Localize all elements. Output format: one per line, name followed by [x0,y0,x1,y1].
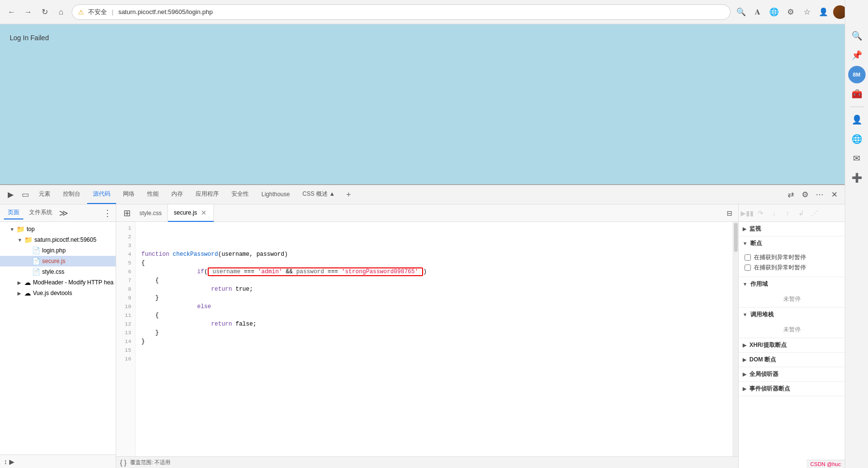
editor-tab-securejs[interactable]: secure.js ✕ [168,204,214,222]
event-listeners-label: 事件侦听器断点 [749,385,790,393]
pin-sidebar-btn[interactable]: 📌 [848,47,866,64]
ft-more-btn[interactable]: ⋮ [103,208,112,218]
sync-btn[interactable]: ⇄ [784,188,797,202]
forward-button[interactable]: → [21,5,35,19]
line-num-4: 4 [116,250,135,259]
tree-item-stylecss[interactable]: 📄 style.css [0,266,116,277]
more-dt-btn[interactable]: ⋯ [813,188,826,202]
refresh-button[interactable]: ↻ [38,5,51,19]
editor-tab-stylecss-label: style.css [139,210,162,217]
line-num-9: 9 [116,294,135,302]
highlighted-condition: username === 'admin' && password === 'st… [208,267,423,276]
back-button[interactable]: ← [5,5,18,19]
dom-header[interactable]: ▶ DOM 断点 [739,353,845,367]
settings-dt-btn[interactable]: ⚙ [798,188,812,202]
tab-sources[interactable]: 源代码 [87,185,116,204]
add-sidebar-btn[interactable]: ➕ [848,169,866,187]
pause-on-exception-label: 在捕获到异常时暂停 [754,253,806,262]
line-num-15: 15 [116,346,135,355]
step-into-btn[interactable]: ↓ [768,207,780,219]
watch-section-header[interactable]: ▶ 监视 [739,222,845,236]
search-icon-btn[interactable]: 🔍 [734,5,748,19]
scope-header[interactable]: ▼ 作用域 [739,277,845,291]
tree-item-secure-js[interactable]: 📄 secure.js [0,256,116,266]
8m-badge[interactable]: 8M [848,66,866,83]
profile-btn[interactable]: 👤 [817,5,830,19]
settings-btn[interactable]: ⚙ [784,5,797,19]
xhr-header[interactable]: ▶ XHR/提取断点 [739,338,845,352]
tree-item-top[interactable]: ▼ 📁 top [0,224,116,234]
tree-item-login[interactable]: 📄 login.php [0,245,116,256]
tree-arrow-vue: ▶ [17,291,24,296]
ft-tab-page[interactable]: 页面 [4,206,23,219]
address-bar[interactable]: ⚠ 不安全 | saturn.picoctf.net:59605/login.p… [72,4,731,20]
pause-on-exception-cb[interactable] [745,254,751,261]
tree-label-top: top [27,226,35,233]
step-btn[interactable]: ↲ [795,207,807,219]
extension-btn[interactable]: 🌐 [767,5,781,19]
search-sidebar-btn[interactable]: 🔍 [848,27,866,45]
url-separator: | [112,8,113,16]
editor-tab-stylecss[interactable]: style.css [134,204,168,222]
pause-on-caught-cb[interactable] [745,265,751,271]
tab-security[interactable]: 安全性 [226,185,255,204]
line-num-6: 6 [116,267,135,276]
step-out-btn[interactable]: ↑ [781,207,794,219]
tree-item-modheader[interactable]: ▶ ☁ ModHeader - Modify HTTP hea [0,277,116,288]
person-sidebar-btn[interactable]: 👤 [848,111,866,128]
close-devtools-btn[interactable]: ✕ [827,188,841,202]
log-in-failed-text: Log In Failed [10,34,835,42]
tab-application[interactable]: 应用程序 [190,185,225,204]
scope-status: 未暂停 [739,291,845,307]
breakpoints-arrow-icon: ▼ [743,241,747,246]
paren-close: ) [423,268,426,275]
tree-item-vue[interactable]: ▶ ☁ Vue.js devtools [0,288,116,298]
home-button[interactable]: ⌂ [54,5,68,19]
favorites-btn[interactable]: ☆ [800,5,814,19]
mail-sidebar-btn[interactable]: ✉ [848,150,866,167]
close-tab-securejs[interactable]: ✕ [200,209,208,217]
line-num-1: 1 [116,224,135,233]
device-toolbar-btn[interactable]: ▭ [18,188,32,202]
inspect-element-btn[interactable]: ▶ [4,188,17,202]
deactivate-btn[interactable]: ⋰ [808,207,821,219]
tree-label-stylecss: style.css [42,268,64,275]
watch-arrow-icon: ▶ [743,226,746,232]
event-listeners-header[interactable]: ▶ 事件侦听器断点 [739,382,845,396]
line-numbers: 1 2 3 4 5 6 7 8 9 10 11 12 13 14 15 16 [116,222,136,456]
toolbox-sidebar-btn[interactable]: 🧰 [848,85,866,103]
code-line-1 [141,224,727,233]
breakpoints-header[interactable]: ▼ 断点 [739,236,845,250]
dom-section: ▶ DOM 断点 [739,353,845,367]
tab-lighthouse[interactable]: Lighthouse [256,185,296,204]
line-num-3: 3 [116,241,135,250]
code-scrollbar[interactable] [732,222,738,456]
resume-btn[interactable]: ▶▮▮ [741,207,753,219]
callstack-header[interactable]: ▼ 调用堆栈 [739,308,845,322]
next-icon[interactable]: ▶ [9,458,15,466]
tab-console[interactable]: 控制台 [57,185,86,204]
read-mode-btn[interactable]: 𝐀 [751,5,764,19]
panel-toggle-btn[interactable]: ⊟ [723,206,736,220]
global-listeners-header[interactable]: ▶ 全局侦听器 [739,367,845,381]
dock-btn[interactable]: ⊞ [120,206,134,220]
tab-elements[interactable]: 元素 [33,185,56,204]
ft-tab-filesystem[interactable]: 文件系统 [25,206,56,219]
tree-arrow-saturn: ▼ [17,237,24,243]
line-num-10: 10 [116,302,135,311]
code-line-3 [141,241,727,250]
ft-expand-btn[interactable]: ≫ [58,207,69,219]
braces-icon[interactable]: { } [120,459,126,467]
op-eq2: === [324,268,342,275]
tab-css-overview[interactable]: CSS 概述 ▲ [297,185,341,204]
tab-memory[interactable]: 内存 [166,185,189,204]
line-num-7: 7 [116,276,135,285]
code-line-7: { [141,276,727,285]
step-over-btn[interactable]: ↷ [754,207,767,219]
globe-sidebar-btn[interactable]: 🌐 [848,130,866,148]
tree-item-saturn[interactable]: ▼ 📁 saturn.picoctf.net:59605 [0,234,116,245]
add-tab-btn[interactable]: ＋ [342,188,355,202]
tab-performance[interactable]: 性能 [141,185,165,204]
tab-network[interactable]: 网络 [117,185,140,204]
sync-icon[interactable]: ↕ [4,458,7,466]
